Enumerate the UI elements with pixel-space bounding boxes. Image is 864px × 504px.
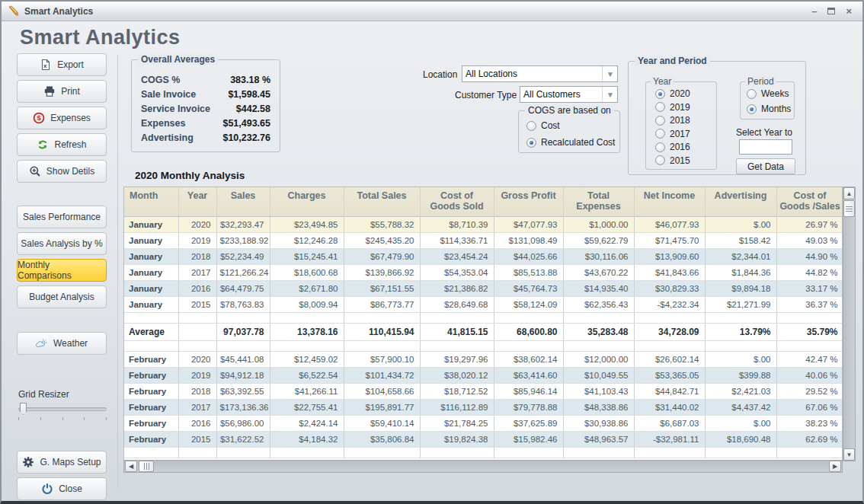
column-header[interactable]: Charges [270, 187, 344, 216]
grid-resizer-slider[interactable] [18, 403, 107, 415]
radio-label: Recalculated Cost [541, 137, 615, 148]
table-row[interactable]: January2018$52,234.49$15,245.41$67,479.9… [124, 248, 843, 264]
table-row[interactable]: February2015$31,622.52$4,184.32$35,806.8… [124, 431, 843, 447]
year-period-title: Year and Period [635, 56, 710, 66]
radio-2019[interactable]: 2019 [655, 102, 716, 113]
radio-recalculated-cost[interactable]: Recalculated Cost [526, 137, 619, 148]
spacer-row[interactable] [124, 340, 843, 351]
vertical-scrollbar[interactable]: ▲ ▼ [843, 187, 856, 461]
button-label: Sales Analysis by % [21, 238, 102, 249]
spacer-row[interactable] [124, 447, 843, 458]
customer-type-dropdown[interactable]: All Customers ▼ [520, 86, 618, 103]
column-header[interactable]: Total Expenses [563, 187, 634, 216]
table-row[interactable]: February2017$173,136.36$22,755.41$195,89… [124, 399, 843, 415]
cell: $71,475.70 [634, 232, 705, 248]
vertical-scroll-thumb[interactable] [843, 200, 855, 217]
cell [344, 312, 420, 323]
cell: $31,440.02 [634, 399, 705, 415]
expenses-button[interactable]: $ Expenses [17, 107, 107, 129]
average-stat-row: Advertising$10,232.76 [132, 130, 280, 145]
horizontal-scrollbar[interactable]: ◀ ▶ [123, 460, 843, 473]
refresh-button[interactable]: Refresh [17, 133, 107, 156]
cell [344, 447, 420, 458]
close-button[interactable]: Close [17, 477, 107, 500]
radio-weeks[interactable]: Weeks [747, 88, 794, 99]
cell: $399.88 [705, 367, 776, 383]
cell: $.00 [705, 216, 776, 232]
radio-2018[interactable]: 2018 [655, 115, 716, 126]
sidebar-item-monthly-comparisons[interactable]: Monthly Comparisons [17, 259, 107, 282]
close-window-button[interactable]: × [846, 6, 852, 16]
button-label: Weather [53, 338, 88, 349]
slider-thumb[interactable] [20, 403, 27, 415]
scroll-left-button[interactable]: ◀ [125, 461, 137, 472]
sidebar-item-budget-analysis[interactable]: Budget Analysis [17, 285, 107, 308]
cell: $38,602.14 [494, 351, 563, 367]
cell: 13,378.16 [270, 323, 344, 340]
column-header[interactable]: Total Sales [344, 187, 420, 216]
stat-value: $442.58 [236, 104, 270, 114]
cell: February [124, 431, 178, 447]
cell: $12,246.28 [270, 232, 344, 248]
table-row[interactable]: January2015$78,763.83$8,009.94$86,773.77… [124, 296, 843, 312]
table-row[interactable]: January2016$64,479.75$2,671.80$67,151.55… [124, 280, 843, 296]
column-header[interactable]: Cost of Goods Sold [420, 187, 494, 216]
cogs-basis-panel: COGS are based on CostRecalculated Cost [518, 110, 620, 153]
minimize-button[interactable]: – [811, 6, 817, 16]
table-row[interactable]: January2017$121,266.24$18,600.68$139,866… [124, 264, 843, 280]
cell: 2018 [178, 383, 216, 399]
radio-2020[interactable]: 2020 [655, 88, 716, 99]
analysis-table-header: MonthYearSalesChargesTotal SalesCost of … [124, 187, 843, 216]
sidebar-item-sales-analysis[interactable]: Sales Analysis by % [17, 232, 107, 255]
cell: 2017 [178, 264, 216, 280]
export-button[interactable]: x Export [17, 53, 107, 76]
table-row[interactable]: January2019$233,188.92$12,246.28$245,435… [124, 232, 843, 248]
maximize-button[interactable] [827, 8, 835, 14]
location-dropdown[interactable]: All Locations ▼ [462, 65, 618, 82]
get-data-button[interactable]: Get Data [736, 158, 795, 174]
table-row[interactable]: February2016$56,986.00$2,424.14$59,410.1… [124, 415, 843, 431]
cell: $18,712.52 [420, 383, 494, 399]
table-row[interactable]: January2020$32,293.47$23,494.85$55,788.3… [124, 216, 843, 232]
cell [420, 312, 494, 323]
gmaps-setup-button[interactable]: G. Maps Setup [17, 451, 107, 474]
radio-2017[interactable]: 2017 [655, 129, 716, 139]
table-row[interactable]: February2020$45,441.08$12,459.02$57,900.… [124, 351, 843, 367]
scroll-up-button[interactable]: ▲ [843, 187, 855, 199]
cell: $67,479.90 [344, 248, 420, 264]
column-header[interactable]: Year [178, 187, 216, 216]
column-header[interactable]: Gross Profit [494, 187, 563, 216]
cell [494, 340, 563, 351]
horizontal-scroll-thumb[interactable] [139, 461, 154, 472]
cogs-radio-group: CostRecalculated Cost [519, 111, 619, 148]
sidebar: x Export Print $ Expenses Refresh [9, 53, 116, 504]
radio-months[interactable]: Months [747, 104, 794, 114]
column-header[interactable]: Sales [216, 187, 270, 216]
average-row[interactable]: Average97,037.7813,378.16110,415.9441,81… [124, 323, 843, 340]
column-header[interactable]: Advertising [705, 187, 776, 216]
cell: January [124, 232, 178, 248]
print-button[interactable]: Print [17, 80, 107, 103]
weather-button[interactable]: Weather [17, 332, 107, 355]
select-year-input[interactable] [739, 139, 792, 155]
cell: $63,414.60 [494, 367, 563, 383]
show-details-button[interactable]: Show Detils [17, 160, 107, 183]
cell: $8,710.39 [420, 216, 494, 232]
radio-2015[interactable]: 2015 [655, 155, 716, 166]
table-row[interactable]: February2019$94,912.18$6,522.54$101,434.… [124, 367, 843, 383]
column-header[interactable]: Month [124, 187, 178, 216]
column-header[interactable]: Net Income [634, 187, 705, 216]
scroll-down-button[interactable]: ▼ [843, 448, 855, 461]
column-header[interactable]: Cost of Goods /Sales [776, 187, 843, 216]
slider-track[interactable] [18, 407, 107, 411]
radio-2016[interactable]: 2016 [655, 142, 716, 152]
radio-cost[interactable]: Cost [526, 120, 619, 131]
radio-label: 2016 [670, 142, 690, 152]
cell: $85,513.88 [494, 264, 563, 280]
spacer-row[interactable] [124, 312, 843, 323]
cell [563, 312, 634, 323]
sidebar-item-sales-performance[interactable]: Sales Performance [17, 206, 107, 228]
scroll-right-button[interactable]: ▶ [829, 461, 841, 472]
radio-label: 2020 [670, 88, 690, 99]
table-row[interactable]: February2018$63,392.55$41,266.11$104,658… [124, 383, 843, 399]
